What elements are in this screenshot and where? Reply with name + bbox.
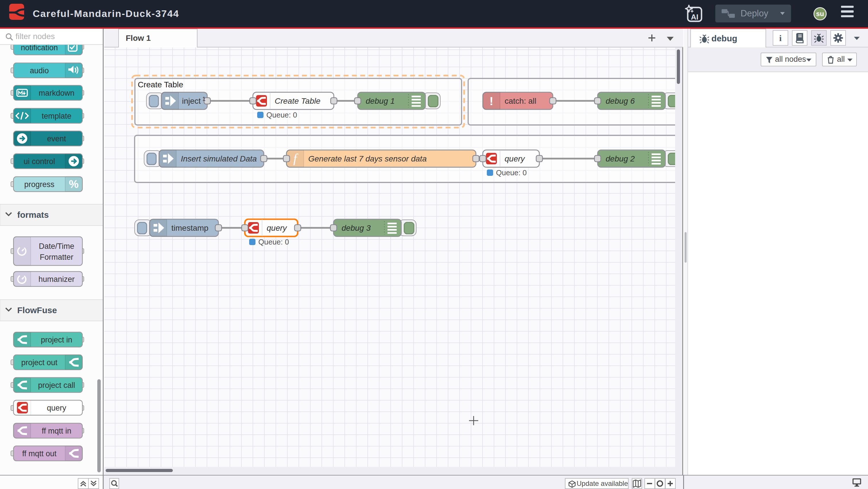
- svg-text:debug 3: debug 3: [342, 224, 371, 232]
- svg-text:project call: project call: [38, 381, 75, 390]
- svg-text:FlowFuse: FlowFuse: [17, 306, 57, 315]
- svg-text:query: query: [47, 404, 66, 412]
- svg-text:Generate last 7 days sensor da: Generate last 7 days sensor data: [308, 154, 427, 163]
- svg-text:query: query: [505, 154, 525, 163]
- svg-text:Queue: 0: Queue: 0: [496, 168, 527, 177]
- svg-text:timestamp: timestamp: [172, 224, 208, 232]
- svg-text:Formatter: Formatter: [40, 253, 73, 261]
- svg-text:markdown: markdown: [39, 89, 74, 97]
- svg-text:progress: progress: [24, 180, 54, 189]
- svg-text:Create Table: Create Table: [275, 96, 320, 106]
- svg-text:debug 6: debug 6: [606, 96, 635, 106]
- svg-text:1: 1: [203, 96, 206, 102]
- svg-text:i: i: [779, 33, 782, 43]
- svg-text:!: !: [489, 95, 493, 108]
- svg-text:project out: project out: [21, 358, 58, 367]
- svg-text:debug 1: debug 1: [366, 96, 395, 106]
- svg-text:Insert simulated Data: Insert simulated Data: [181, 154, 257, 163]
- svg-text:Create Table: Create Table: [138, 80, 183, 89]
- svg-text:Queue: 0: Queue: 0: [267, 111, 297, 119]
- svg-text:debug 2: debug 2: [606, 154, 635, 163]
- svg-text:ff mqtt in: ff mqtt in: [42, 427, 71, 435]
- svg-text:Queue: 0: Queue: 0: [258, 238, 289, 246]
- svg-text:project in: project in: [41, 336, 72, 344]
- svg-text:AI: AI: [691, 12, 699, 21]
- svg-text:event: event: [47, 135, 66, 143]
- svg-text:Date/Time: Date/Time: [39, 242, 74, 251]
- svg-text:audio: audio: [30, 66, 49, 75]
- svg-text:%: %: [69, 178, 79, 190]
- svg-text:ui control: ui control: [24, 157, 55, 166]
- svg-text:catch: all: catch: all: [505, 96, 536, 106]
- svg-text:template: template: [42, 112, 71, 120]
- svg-text:humanizer: humanizer: [38, 275, 74, 284]
- svg-text:query: query: [267, 224, 287, 232]
- svg-text:formats: formats: [17, 210, 49, 220]
- svg-text:ff mqtt out: ff mqtt out: [22, 449, 57, 458]
- svg-text:inject: inject: [182, 96, 201, 106]
